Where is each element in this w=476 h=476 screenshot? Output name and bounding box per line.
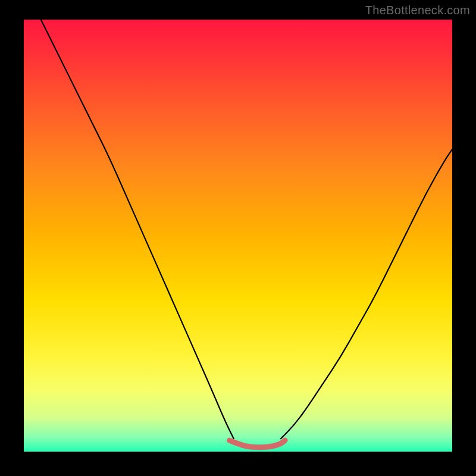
chart-frame: TheBottleneck.com <box>0 0 476 476</box>
chart-svg <box>24 20 452 452</box>
watermark-text: TheBottleneck.com <box>365 4 470 17</box>
gradient-background <box>24 20 452 452</box>
plot-area <box>24 20 452 452</box>
